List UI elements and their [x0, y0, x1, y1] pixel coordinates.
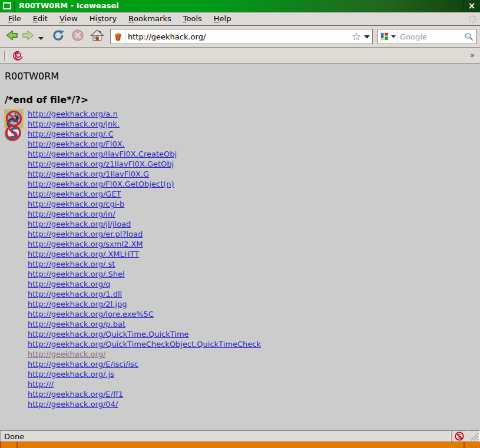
page-link[interactable]: http://geekhack.org/p.bat: [28, 319, 475, 329]
engine-dropdown-icon: [391, 35, 396, 38]
forward-button[interactable]: [20, 28, 37, 45]
page-link[interactable]: http://geekhack.org/sxml2.XM: [28, 239, 475, 249]
menu-label-accel: E: [33, 14, 38, 23]
page-content: R00TW0RM /*end of file*/?> http://geekha…: [0, 64, 480, 430]
page-link[interactable]: http://geekhack.org/Fl0X.GetObject(n): [28, 179, 475, 189]
toolbar-overflow-chevron[interactable]: »: [469, 48, 476, 62]
chevron-down-icon: [38, 31, 44, 42]
menu-item[interactable]: Bookmarks: [123, 13, 177, 25]
home-button[interactable]: [89, 28, 105, 45]
rootworm-logo-image[interactable]: [3, 109, 27, 142]
menu-item[interactable]: Tools: [177, 13, 208, 25]
back-icon: [5, 28, 19, 45]
page-link[interactable]: http://geekhack.org/E/isci/isc: [28, 359, 475, 369]
url-input[interactable]: [125, 31, 352, 42]
menu-item[interactable]: File: [2, 13, 27, 25]
site-favicon[interactable]: [111, 29, 125, 44]
window-menu-icon: [3, 2, 11, 9]
page-link[interactable]: http://geekhack.org/E/ff1: [28, 389, 475, 399]
forward-icon: [21, 28, 35, 45]
page-link[interactable]: http://geekhack.org/GET: [28, 189, 475, 199]
page-link[interactable]: http://geekhack.org/in/: [28, 209, 475, 219]
links-area: http://geekhack.org/a.nhttp://geekhack.o…: [5, 109, 475, 409]
bookmarks-toolbar: »: [0, 48, 480, 64]
page-link[interactable]: http://geekhack.org/Fl0X.: [28, 139, 475, 149]
bookmark-star-icon[interactable]: [352, 32, 361, 41]
window-resize-grip[interactable]: [468, 430, 480, 442]
page-link[interactable]: http://geekhack.org/.st: [28, 259, 475, 269]
reload-button[interactable]: [50, 28, 67, 45]
menubar: FileEditViewHistoryBookmarksToolsHelp: [0, 12, 480, 26]
page-link[interactable]: http://geekhack.org/1IlavFl0X.G: [28, 169, 475, 179]
page-link[interactable]: http://geekhack.org/z1IlavFl0X.GetObj: [28, 159, 475, 169]
page-link[interactable]: http://geekhack.org/q: [28, 279, 475, 289]
page-link[interactable]: http://geekhack.org/04/: [28, 399, 475, 409]
menu-label-accel: B: [128, 14, 134, 23]
link-list: http://geekhack.org/a.nhttp://geekhack.o…: [28, 109, 475, 409]
page-title: R00TW0RM: [5, 71, 475, 82]
menu-label-accel: V: [59, 14, 65, 23]
toolbar-grip[interactable]: [4, 51, 6, 61]
menu-items: FileEditViewHistoryBookmarksToolsHelp: [2, 13, 237, 25]
menu-label-pre: Hi: [90, 14, 97, 23]
window-titlebar: R00TW0RM - Iceweasel ×: [0, 0, 480, 12]
url-dropdown-icon[interactable]: [364, 35, 370, 39]
stop-button[interactable]: [69, 28, 86, 45]
taskbar-separator: [16, 442, 18, 448]
page-link[interactable]: http://geekhack.org/.C: [28, 129, 475, 139]
taskbar-edge: [0, 442, 1, 448]
page-link[interactable]: http://geekhack.org/.js: [28, 369, 475, 379]
page-link[interactable]: http://geekhack.org/er.pl?load: [28, 229, 475, 239]
noscript-icon: S: [455, 432, 464, 441]
history-dropdown-button[interactable]: [37, 28, 45, 45]
menu-item[interactable]: Edit: [27, 13, 54, 25]
page-link[interactable]: http://geekhack.org/lore.exe%5C: [28, 309, 475, 319]
menu-item[interactable]: View: [54, 13, 84, 25]
menu-label-post: ookmarks: [134, 14, 171, 23]
menu-label-accel: H: [214, 14, 220, 23]
page-link[interactable]: http://geekhack.org/QuickTime.QuickTime: [28, 329, 475, 339]
search-input[interactable]: [398, 31, 464, 42]
debian-swirl-icon[interactable]: [12, 49, 24, 62]
window-title: R00TW0RM - Iceweasel: [15, 0, 463, 12]
menu-item[interactable]: History: [84, 13, 123, 25]
url-bar: [110, 29, 373, 44]
page-link[interactable]: http://geekhack.org/jnk.: [28, 119, 475, 129]
page-link[interactable]: http://geekhack.org/a.n: [28, 109, 475, 119]
stop-icon: [71, 28, 85, 45]
window-menu-button[interactable]: [0, 0, 15, 12]
menu-item[interactable]: Help: [208, 13, 237, 25]
page-link[interactable]: http://geekhack.org/: [28, 349, 475, 359]
page-link[interactable]: http://geekhack.org/cgi-b: [28, 199, 475, 209]
page-link[interactable]: http:///: [28, 379, 475, 389]
taskbar-separator: [464, 442, 465, 448]
desktop-taskbar-strip[interactable]: [0, 442, 480, 448]
search-box: [378, 29, 476, 44]
page-link[interactable]: http://geekhack.org/.XMLHTT: [28, 249, 475, 259]
page-link[interactable]: http://geekhack.org/QuickTimeCheckObject…: [28, 339, 475, 349]
page-link[interactable]: http://geekhack.org/1.dll: [28, 289, 475, 299]
eof-text: /*end of file*/?>: [5, 94, 475, 105]
menu-label-post: tory: [101, 14, 117, 23]
menu-label-post: ools: [186, 14, 201, 23]
search-engine-selector[interactable]: [378, 29, 398, 44]
menu-label-accel: s: [97, 14, 101, 23]
menu-label-post: iew: [65, 14, 78, 23]
page-link[interactable]: http://geekhack.org/2l.jpg: [28, 299, 475, 309]
page-link[interactable]: http://geekhack.org/jl/jload: [28, 219, 475, 229]
back-button[interactable]: [4, 28, 20, 45]
navigation-toolbar: [0, 26, 480, 48]
menu-label-post: ile: [12, 14, 21, 23]
menu-label-post: dit: [38, 14, 48, 23]
status-bar: Done S: [0, 430, 480, 442]
search-magnifier-icon[interactable]: [464, 32, 476, 41]
page-link[interactable]: http://geekhack.org/.Shel: [28, 269, 475, 279]
close-button[interactable]: ×: [463, 0, 480, 12]
home-icon: [90, 28, 104, 45]
reload-icon: [51, 28, 65, 45]
url-bar-icons: [352, 32, 372, 41]
page-link[interactable]: http://geekhack.org/IlavFl0X.CreateObj: [28, 149, 475, 159]
status-text: Done: [0, 430, 451, 442]
google-logo-icon: [380, 32, 389, 41]
noscript-status-button[interactable]: S: [451, 430, 468, 442]
